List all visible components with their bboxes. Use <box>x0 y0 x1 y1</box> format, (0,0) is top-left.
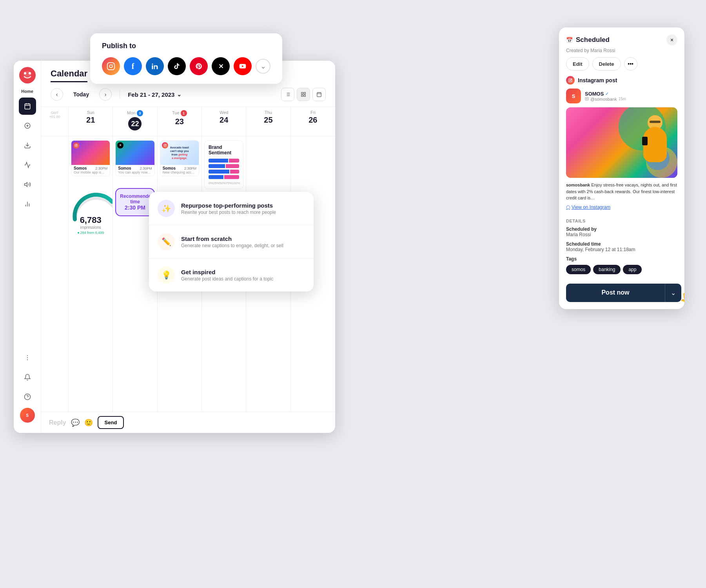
sidebar-item-help[interactable] <box>19 388 36 405</box>
scheduled-title: Scheduled <box>576 36 610 44</box>
facebook-icon[interactable]: f <box>124 57 142 75</box>
svg-point-41 <box>76 145 77 146</box>
instagram-icon[interactable] <box>102 57 120 75</box>
more-social-icon[interactable]: ⌄ <box>256 59 270 74</box>
created-by-label: Created by Maria Rossi <box>559 45 684 57</box>
prev-button[interactable]: ‹ <box>51 88 63 101</box>
sidebar-item-reports[interactable] <box>19 195 36 213</box>
pinterest-icon[interactable] <box>190 57 208 75</box>
scheduled-header: 📅 Scheduled × <box>559 27 684 45</box>
tag-somos: somos <box>566 265 591 274</box>
day-header-fri: Fri 26 <box>291 107 335 136</box>
post-footer: Somos 2:30PM Our mobile app is... <box>71 165 110 176</box>
sidebar-item-notifications[interactable] <box>19 369 36 386</box>
impressions-change: ● 284 from 6,499 <box>71 231 110 235</box>
reply-label: Reply <box>49 419 66 426</box>
post-sun-1[interactable]: Somos 2:30PM Our mobile app is... <box>71 140 110 176</box>
publish-title: Publish to <box>102 42 270 50</box>
next-button[interactable]: › <box>99 88 112 101</box>
ig-account-handle-icon <box>585 97 589 101</box>
view-on-instagram-link[interactable]: ⬡ View on Instagram <box>566 204 677 210</box>
post-mon-1[interactable]: ✕ Somos 2:30PM You can apply now... <box>115 140 154 176</box>
ai-option-inspire[interactable]: 💡 Get inspired Generate post ideas and c… <box>149 259 314 291</box>
svg-point-45 <box>165 145 166 145</box>
scratch-icon: ✏️ <box>158 233 175 250</box>
social-icons-row: f ✕ ⌄ <box>102 57 270 75</box>
post-now-dropdown[interactable]: ⌄ <box>665 284 681 302</box>
sidebar-item-campaigns[interactable] <box>19 176 36 193</box>
sidebar-item-compose[interactable] <box>19 117 36 134</box>
ig-post-section: Instagram post S SOMOS ✓ @somosbank 15m <box>559 76 684 219</box>
day-header-thu: Thu 25 <box>246 107 290 136</box>
list-view-button[interactable] <box>281 88 294 101</box>
date-dropdown-icon: ⌄ <box>177 91 181 98</box>
impressions-label: impressions <box>71 225 110 230</box>
inspire-icon: 💡 <box>158 266 175 284</box>
ai-panel: ✨ Repurpose top-performing posts Rewrite… <box>149 192 314 291</box>
ai-option-repurpose[interactable]: ✨ Repurpose top-performing posts Rewrite… <box>149 192 314 225</box>
post-footer-mon: Somos 2:30PM You can apply now... <box>116 165 154 176</box>
tag-banking: banking <box>593 265 621 274</box>
scheduled-by-row: Scheduled by Maria Rossi <box>566 226 677 237</box>
edit-button[interactable]: Edit <box>566 57 589 71</box>
linkedin-icon[interactable] <box>146 57 164 75</box>
close-button[interactable]: × <box>666 34 677 45</box>
repurpose-icon: ✨ <box>158 200 175 217</box>
post-footer-tue: Somos 2:30PM New chequing acc... <box>160 165 199 176</box>
post-thumb-avocado: Avocado toastcan't stop youfrom gettinga… <box>160 141 199 165</box>
day-header-mon: Mon 3 22 <box>113 107 157 136</box>
ig-account-row: S SOMOS ✓ @somosbank 15m <box>566 89 677 103</box>
svg-point-47 <box>570 80 571 81</box>
today-button[interactable]: Today <box>68 89 94 100</box>
sidebar-item-download[interactable] <box>19 137 36 154</box>
post-now-button[interactable]: Post now <box>566 284 665 302</box>
ig-account-logo: S <box>566 89 581 103</box>
svg-rect-36 <box>317 92 321 97</box>
tiktok-icon[interactable] <box>168 57 186 75</box>
svg-point-2 <box>113 64 113 65</box>
post-tue-1[interactable]: Avocado toastcan't stop youfrom gettinga… <box>160 140 199 176</box>
day-header-sun: Sun 21 1 <box>69 107 113 136</box>
calendar-nav: ‹ Today › Feb 21 - 27, 2023 ⌄ <box>51 88 326 101</box>
svg-point-44 <box>164 145 165 146</box>
more-button[interactable]: ••• <box>624 57 637 71</box>
view-toggle <box>281 88 326 101</box>
svg-rect-9 <box>25 104 30 109</box>
sidebar-item-analytics[interactable] <box>19 156 36 174</box>
publish-panel: Publish to f ✕ ⌄ <box>90 33 282 84</box>
tags-row: somos banking app <box>559 262 684 280</box>
svg-point-21 <box>27 355 27 356</box>
time-column <box>41 136 69 412</box>
sidebar-item-home[interactable]: Home <box>21 89 33 94</box>
app-logo <box>19 67 36 83</box>
svg-rect-32 <box>301 92 303 94</box>
ig-platform-icon <box>566 76 575 85</box>
sentiment-bar-4 <box>209 175 239 179</box>
grid-view-button[interactable] <box>297 88 310 101</box>
post-thumb <box>71 141 110 165</box>
svg-point-48 <box>571 79 572 80</box>
impressions-area: 6,783 impressions ● 284 from 6,499 <box>71 192 110 235</box>
day-col-sun: Somos 2:30PM Our mobile app is... <box>69 136 113 412</box>
svg-rect-0 <box>107 63 114 70</box>
youtube-icon[interactable] <box>234 57 252 75</box>
sentiment-bar-1 <box>209 159 239 163</box>
sentiment-axis: 0% 25% 50% 75% 100% <box>209 181 239 185</box>
sentiment-bar-3 <box>209 170 239 174</box>
cursor-hand-icon: 👆 <box>678 291 684 306</box>
message-icon[interactable]: 💬 <box>71 418 80 427</box>
sidebar-item-calendar[interactable] <box>19 98 36 115</box>
ai-option-scratch[interactable]: ✏️ Start from scratch Generate new capti… <box>149 225 314 259</box>
svg-rect-3 <box>152 65 153 69</box>
ig-post-time: 15m <box>618 97 626 101</box>
details-section: Details Scheduled by Maria Rossi Schedul… <box>559 219 684 262</box>
twitter-icon[interactable]: ✕ <box>212 57 230 75</box>
user-avatar[interactable]: S <box>20 408 35 423</box>
emoji-icon[interactable]: 🙂 <box>84 418 93 427</box>
sidebar-item-more[interactable] <box>19 349 36 366</box>
send-button[interactable]: Send <box>98 416 124 429</box>
date-range[interactable]: Feb 21 - 27, 2023 ⌄ <box>128 91 181 98</box>
delete-button[interactable]: Delete <box>592 57 621 71</box>
calendar-view-button[interactable] <box>312 88 326 101</box>
svg-point-4 <box>152 63 153 65</box>
